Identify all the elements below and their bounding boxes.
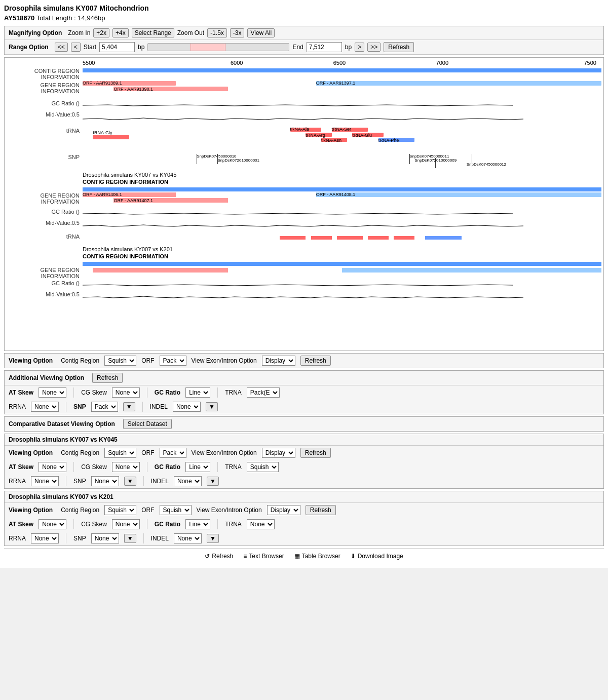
ky045-snp-select[interactable]: None — [91, 476, 119, 486]
k201-rrna-select[interactable]: None — [31, 533, 59, 543]
k201-compare-label: Drosophila simulans KY007 vs K201 — [83, 246, 173, 252]
snp-opt-select[interactable]: Pack — [91, 402, 118, 412]
refresh-icon: ↺ — [205, 553, 210, 560]
download-icon: ⬇ — [351, 553, 356, 560]
additional-options-row1: AT Skew None CG Skew None GC Ratio Line … — [5, 385, 603, 400]
k201-cg-skew-select[interactable]: None — [112, 519, 140, 529]
k201-at-skew-select[interactable]: None — [39, 519, 66, 529]
ky045-refresh-button[interactable]: Refresh — [300, 448, 331, 458]
additional-refresh-button[interactable]: Refresh — [92, 373, 123, 383]
ky045-mid-svg — [83, 220, 601, 232]
k201-orf-label: ORF — [141, 507, 154, 514]
indel-filter-button[interactable]: ▼ — [206, 402, 218, 411]
ky045-orf-select[interactable]: Pack — [160, 448, 186, 458]
sep3 — [217, 387, 218, 398]
footer-text-browser-btn[interactable]: ≡ Text Browser — [243, 553, 284, 560]
end-input[interactable] — [307, 42, 342, 52]
nav-r-button[interactable]: > — [355, 43, 364, 52]
k201-snp-filter-button[interactable]: ▼ — [124, 534, 136, 543]
gc-ratio-svg — [83, 100, 601, 110]
select-range-button[interactable]: Select Range — [132, 28, 174, 37]
nav-rr-button[interactable]: >> — [367, 43, 381, 52]
k201-indel-filter-button[interactable]: ▼ — [207, 534, 219, 543]
ky045-section-header-row: Drosophila simulans KY007 vs KY045 — [5, 434, 603, 446]
ky045-trna-select[interactable]: Squish — [247, 462, 279, 472]
ky045-cg-skew-select[interactable]: None — [112, 462, 140, 472]
k201-view-exon-select[interactable]: Display — [267, 505, 300, 515]
orf-aar91397 — [316, 81, 601, 86]
snp2-label: SnpDsK072010000001 — [217, 158, 259, 163]
k201-mid-label: Mid-Value:0.5 — [7, 291, 83, 297]
ky045-options-row1: AT Skew None CG Skew None GC Ratio Line … — [5, 460, 603, 474]
cg-skew-select[interactable]: None — [112, 387, 140, 398]
contig-region-select[interactable]: Squish — [104, 356, 136, 366]
k201-contig-select[interactable]: Squish — [104, 505, 136, 515]
ky045-orf2-label: ORF - AAR91407.1 — [113, 198, 153, 203]
mid-value-svg — [83, 111, 601, 127]
k201-trna-label: TRNA — [225, 521, 242, 528]
zoom-in-4x-button[interactable]: +4x — [112, 28, 129, 37]
ky045-trna-label: TRNA — [225, 463, 242, 471]
ky045-trna3 — [337, 236, 363, 240]
trna-opt-select[interactable]: Pack(E — [247, 387, 280, 398]
nav-ll-button[interactable]: << — [55, 43, 68, 52]
trna-opt-label: TRNA — [225, 389, 242, 396]
mid-value-label: Mid-Value:0.5 — [7, 111, 83, 118]
ky045-at-skew-select[interactable]: None — [39, 462, 66, 472]
contig-bar-1 — [83, 68, 601, 72]
view-all-button[interactable]: View All — [247, 28, 275, 37]
footer-download-btn[interactable]: ⬇ Download Image — [351, 553, 403, 560]
range-label: Range Option — [9, 44, 49, 51]
ky045-indel-filter-button[interactable]: ▼ — [207, 477, 219, 486]
zoom-out-3x-button[interactable]: -3x — [230, 28, 245, 37]
ky045-rrna-select[interactable]: None — [31, 476, 59, 486]
k201-orf-select[interactable]: Squish — [160, 505, 192, 515]
zoom-in-2x-button[interactable]: +2x — [93, 28, 109, 37]
ky045-gc-row: GC Ratio () — [7, 209, 601, 219]
k201-trna-select[interactable]: None — [247, 519, 275, 529]
ky045-gc-ratio-select[interactable]: Line — [185, 462, 210, 472]
ky045-rrna-label: RRNA — [9, 478, 26, 485]
gene-region-content: ORF - AAR91389.1 ORF - AAR91390.1 ORF - … — [83, 81, 601, 99]
orf-aar91397-label: ORF - AAR91397.1 — [316, 81, 356, 86]
at-skew-label: AT Skew — [9, 389, 33, 396]
ky045-snp-filter-button[interactable]: ▼ — [124, 477, 136, 486]
k201-mid-row: Mid-Value:0.5 — [7, 291, 601, 304]
orf-select[interactable]: Pack — [160, 356, 186, 366]
ky045-view-exon-select[interactable]: Display — [262, 448, 295, 458]
view-exon-select[interactable]: Display — [262, 356, 295, 366]
snp-filter-button[interactable]: ▼ — [123, 402, 135, 411]
ky045-trna5 — [394, 236, 414, 240]
range-slider[interactable] — [147, 43, 289, 51]
k201-gc-ratio-select[interactable]: Line — [185, 519, 210, 529]
k201-indel-select[interactable]: None — [174, 533, 202, 543]
k201-snp-select[interactable]: None — [91, 533, 119, 543]
indel-select[interactable]: None — [173, 402, 201, 412]
ky045-contig-select[interactable]: Squish — [104, 448, 136, 458]
nav-l-button[interactable]: < — [71, 43, 81, 52]
k201-refresh-button[interactable]: Refresh — [306, 505, 336, 515]
k201-indel-label: INDEL — [151, 535, 169, 542]
snp4-label: SnpDsK072010000009 — [414, 158, 457, 163]
ky045-indel-select[interactable]: None — [174, 476, 202, 486]
viewing-option-panel: Viewing Option Contig Region Squish ORF … — [4, 353, 604, 368]
viewing-refresh-button[interactable]: Refresh — [300, 356, 331, 366]
rrna-select[interactable]: None — [31, 402, 59, 412]
sep2 — [147, 387, 147, 398]
k201-gc-ratio-label: GC Ratio — [155, 521, 180, 528]
k201-snp-label: SNP — [73, 535, 86, 542]
at-skew-select[interactable]: None — [39, 387, 66, 398]
ky045-sep1 — [73, 462, 74, 472]
footer-refresh-btn[interactable]: ↺ Refresh — [205, 553, 233, 560]
start-input[interactable] — [99, 42, 135, 52]
footer-table-browser-btn[interactable]: ▦ Table Browser — [294, 553, 340, 560]
contig-region-label: Contig Region — [61, 357, 99, 364]
k201-options-row1: AT Skew None CG Skew None GC Ratio Line … — [5, 517, 603, 531]
ruler-5500: 5500 — [83, 60, 185, 66]
zoom-out-1-5x-button[interactable]: -1.5x — [207, 28, 227, 37]
ruler-7000: 7000 — [391, 60, 493, 66]
gc-ratio-select[interactable]: Line — [185, 387, 210, 398]
select-dataset-button[interactable]: Select Dataset — [123, 419, 172, 429]
range-refresh-button[interactable]: Refresh — [384, 42, 414, 52]
ky045-orf-label: ORF — [141, 449, 154, 456]
